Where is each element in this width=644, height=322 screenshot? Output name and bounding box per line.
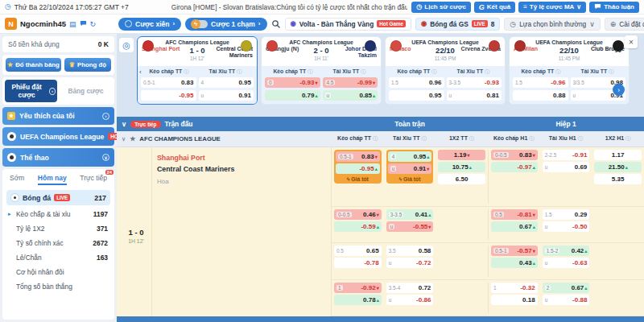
odds-cell[interactable]: u-0.63 — [543, 258, 590, 268]
odds-cell[interactable]: 0.5-1-0.57▾ — [491, 246, 538, 256]
sidebar-sport-item[interactable]: Tỷ số chính xác2672 — [6, 236, 110, 250]
info-icon[interactable]: ⓘ — [361, 68, 366, 74]
tab-today[interactable]: Hôm nay — [38, 174, 67, 185]
sidebar-item-sports[interactable]: Thể thao ∨ — [2, 148, 114, 167]
odds-cell[interactable]: 40.95▴ — [388, 151, 432, 162]
odds-cell[interactable]: 0.18 — [491, 295, 538, 305]
one-touch-bet-button[interactable]: ϟ Cược 1 chạm › — [185, 18, 266, 31]
odds-cell[interactable]: u-0.72 — [386, 258, 434, 268]
tab-live[interactable]: Trực tiếp 24 — [80, 174, 107, 185]
sidebar-sport-item[interactable]: Lẻ/Chẵn163 — [6, 250, 110, 265]
odds-cell[interactable]: 4.5-0.99▾ — [323, 77, 378, 88]
odds-cell[interactable]: u-0.88 — [543, 295, 590, 305]
info-icon[interactable]: ⓘ — [421, 135, 427, 141]
sidebar-item-uefa[interactable]: UEFA Champions League HOT › — [2, 127, 114, 146]
volta-game-button[interactable]: ◉ Volta - Bàn Thắng Vàng Hot Game — [285, 18, 412, 31]
info-icon[interactable]: ⓘ — [529, 135, 535, 141]
match-card[interactable]: AFC Champions LeagueShanghai Port1 - 01H… — [137, 36, 258, 105]
odds-cell[interactable]: -0.59▴ — [334, 221, 382, 232]
refresh-icon[interactable]: ↻ — [90, 20, 97, 28]
search-button[interactable] — [271, 19, 281, 29]
odds-cell[interactable]: 3.5-40.72 — [386, 283, 434, 293]
odds-cell[interactable]: u0.85▴ — [323, 90, 378, 101]
info-icon[interactable]: ⓘ — [308, 68, 313, 74]
odds-cell[interactable]: 0-0.50.83▾ — [491, 150, 538, 160]
avatar[interactable]: N — [5, 18, 17, 30]
odds-cell[interactable]: 6.50 — [438, 174, 485, 184]
notice-ticker[interactable]: Girona [HOME] - Slovan Bratislava:Chúng … — [168, 3, 408, 11]
one-touch-toggle[interactable]: ϟ — [192, 20, 208, 28]
odds-cell[interactable]: 0.5-10.83▾ — [336, 151, 380, 162]
odds-cell[interactable]: -0.95 — [141, 90, 196, 101]
odds-cell[interactable]: 0.67▴ — [491, 221, 538, 232]
odds-cell[interactable]: u0.81 — [447, 90, 502, 101]
odds-cell[interactable]: 20.67▴ — [543, 283, 590, 293]
collapse-icon[interactable]: ∨ — [122, 120, 126, 128]
odds-cell[interactable]: 40.95 — [199, 77, 254, 88]
tab-early[interactable]: Sớm — [10, 174, 24, 185]
tab-betslip[interactable]: Phiếu đặt cược › — [5, 80, 57, 102]
league-pin-button[interactable]: ◎ — [119, 38, 134, 52]
odds-cell[interactable]: 10.75▴ — [438, 162, 485, 172]
odds-cell[interactable]: -0.78 — [334, 258, 382, 268]
gs-football-button[interactable]: ◉ Bóng đá GS LIVE 8 — [415, 18, 500, 31]
odds-cell[interactable]: 1.5-0.96 — [513, 77, 568, 88]
odds-cell[interactable]: u0.69 — [543, 162, 590, 172]
odds-cell[interactable]: 3-3.50.41▴ — [386, 209, 434, 220]
favorite-star-icon[interactable]: ★ — [130, 135, 135, 142]
info-icon[interactable]: ⓘ — [373, 135, 378, 141]
odds-cell[interactable]: 0.5-0.81▾ — [491, 209, 538, 220]
odds-cell[interactable]: 1-0.32 — [491, 283, 538, 293]
odds-cell[interactable]: 1.17 — [594, 150, 642, 160]
odds-cell[interactable]: 0.43▴ — [491, 258, 538, 268]
odds-cell[interactable]: 0.78▴ — [334, 295, 382, 305]
odds-cell[interactable]: u0.91▾ — [388, 163, 432, 174]
odds-cell[interactable]: 1.5-20.42▴ — [543, 246, 590, 256]
best-price-label[interactable]: ϟ Giá tốt — [388, 175, 432, 182]
chevron-left-icon[interactable]: ‹ — [139, 68, 142, 76]
info-icon[interactable]: ⓘ — [609, 68, 614, 74]
odds-cell[interactable]: u-0.50 — [543, 221, 590, 232]
collapse-icon[interactable]: ∨ — [122, 136, 126, 142]
odds-cell[interactable]: 2-2.5-0.91 — [543, 150, 590, 160]
tab-bets[interactable]: Bảng cược — [60, 80, 112, 102]
form-button[interactable]: ♛ Phong độ — [64, 58, 111, 72]
info-icon[interactable]: ⓘ — [469, 135, 475, 141]
info-icon[interactable]: ⓘ — [184, 68, 189, 74]
odds-cell[interactable]: 0-0.50.46▾ — [334, 209, 382, 220]
sidebar-sport-item[interactable]: Tỷ lệ 1X2371 — [6, 221, 110, 236]
info-icon[interactable]: ⓘ — [578, 135, 584, 141]
odds-cell[interactable]: -0.95▴ — [336, 163, 380, 174]
match-card[interactable]: AFC Champions LeagueGwangju (N)2 - 01H 1… — [261, 36, 382, 105]
odds-cell[interactable]: 1-0.92▾ — [334, 283, 382, 293]
close-cards-button[interactable]: × — [625, 35, 638, 48]
sidebar-sport-item[interactable]: ▸Kèo chấp & tài xỉu1197 — [6, 207, 110, 221]
odds-cell[interactable]: 0.88 — [513, 90, 568, 101]
match-info[interactable]: 1 - 0 1H 12' Shanghai Port Central Coast… — [117, 147, 332, 316]
odds-cell[interactable]: 0.5-10.83 — [141, 77, 196, 88]
info-icon[interactable]: ⓘ — [431, 68, 437, 74]
normal-selection-dropdown[interactable]: ◷ Lựa chọn bình thường ∨ — [504, 18, 600, 31]
results-button[interactable]: G Kết quả — [474, 2, 515, 13]
odds-cell[interactable]: 3.50.58 — [386, 246, 434, 256]
info-icon[interactable]: ⓘ — [555, 68, 561, 74]
bet-settings-button[interactable]: ⊕ Cài đặt cược — [605, 18, 644, 31]
league-row[interactable]: ∨ ★ AFC CHAMPIONS LEAGUE — [117, 135, 332, 142]
odds-cell[interactable]: 0.50.65 — [334, 246, 382, 256]
odds-cell[interactable]: 1.50.29 — [543, 209, 590, 220]
odds-cell[interactable]: u-0.86 — [386, 295, 434, 305]
best-price-label[interactable]: ϟ Giá tốt — [336, 175, 380, 182]
sidebar-item-football[interactable]: Bóng đá LIVE 217 — [6, 190, 110, 205]
odds-cell[interactable]: 0.79▴ — [265, 90, 320, 101]
odds-cell[interactable]: 5.35 — [594, 174, 642, 184]
odds-cell[interactable]: 21.50▴ — [594, 162, 642, 172]
bet-history-button[interactable]: ◷ Lịch sử cược — [411, 2, 471, 13]
cards-next-button[interactable]: › — [613, 84, 625, 96]
odds-cell[interactable]: -0.97▴ — [491, 162, 538, 172]
odds-cell[interactable]: 1.50.96 — [389, 77, 444, 88]
info-icon[interactable]: ⓘ — [485, 68, 490, 74]
odds-cell[interactable]: 0.95 — [389, 90, 444, 101]
leaderboard-button[interactable]: ★ Đổ thành bảng — [6, 58, 61, 72]
odds-cell[interactable]: 1.19▾ — [438, 150, 485, 160]
odds-cell[interactable]: u-0.55▾ — [386, 221, 434, 232]
